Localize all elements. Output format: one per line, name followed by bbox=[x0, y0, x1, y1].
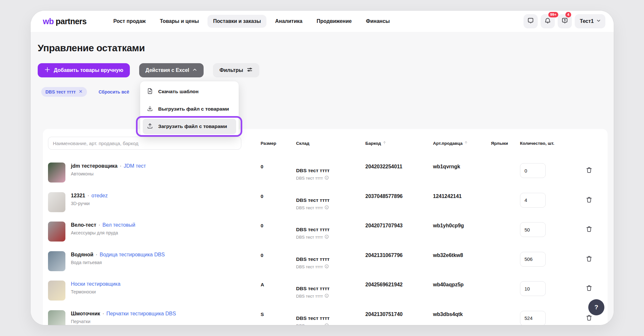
size-value: S bbox=[261, 311, 293, 317]
column-header-warehouse: Склад bbox=[293, 141, 362, 146]
close-icon[interactable] bbox=[79, 89, 83, 94]
nav-actions: 99+ 4 Тест1 bbox=[524, 14, 605, 28]
product-category: Вода питьевая bbox=[71, 260, 165, 265]
barcode-value: 2037048577896 bbox=[365, 193, 430, 199]
product-thumbnail[interactable] bbox=[48, 192, 65, 212]
info-icon[interactable] bbox=[324, 234, 329, 240]
warehouse-subname: DBS тест тттт bbox=[296, 323, 323, 325]
delete-row-button[interactable] bbox=[585, 225, 593, 234]
product-thumbnail[interactable] bbox=[48, 163, 65, 183]
quantity-input[interactable] bbox=[520, 311, 546, 325]
product-category: Перчатки bbox=[71, 319, 176, 324]
info-icon[interactable] bbox=[324, 264, 329, 270]
quantity-input[interactable] bbox=[520, 193, 546, 208]
product-name: Водяной bbox=[71, 252, 93, 258]
warehouse-name: DBS тест тттт bbox=[296, 168, 362, 173]
info-icon[interactable] bbox=[324, 175, 329, 181]
excel-actions-label: Действия с Excel bbox=[146, 67, 189, 73]
sort-asc-icon[interactable] bbox=[382, 141, 387, 146]
product-brand-link[interactable]: отеdez bbox=[91, 193, 108, 199]
notifications-button[interactable]: 99+ bbox=[541, 14, 555, 28]
nav-item-finance[interactable]: Финансы bbox=[360, 15, 395, 28]
page-content: Управление остатками Добавить товары вру… bbox=[31, 32, 614, 325]
warehouse-name: DBS тест тттт bbox=[296, 256, 362, 262]
product-brand-link[interactable]: Носки тестировщика bbox=[71, 281, 120, 287]
help-button[interactable]: ? bbox=[588, 299, 604, 315]
warehouse-name: DBS тест тттт bbox=[296, 197, 362, 203]
warehouse-subname: DBS тест тттт bbox=[296, 235, 323, 240]
delete-row-button[interactable] bbox=[585, 284, 593, 293]
seller-article-value: wb32e6tkw8 bbox=[433, 252, 488, 258]
nav-item-analytics[interactable]: Аналитика bbox=[270, 15, 308, 28]
size-value: 0 bbox=[261, 193, 293, 199]
product-thumbnail[interactable] bbox=[48, 310, 65, 325]
add-products-button[interactable]: Добавить товары вручную bbox=[38, 63, 130, 77]
info-icon[interactable] bbox=[324, 323, 329, 325]
download-icon bbox=[147, 105, 153, 113]
filter-chip-label: DBS тест тттт bbox=[45, 89, 76, 94]
sort-asc-icon[interactable] bbox=[464, 141, 468, 146]
product-brand-link[interactable]: Перчатки тестировщика DBS bbox=[106, 311, 176, 317]
product-brand-link[interactable]: JDM тест bbox=[124, 163, 146, 169]
chat-bubble-icon bbox=[527, 17, 534, 25]
nav-item-supplies-orders[interactable]: Поставки и заказы bbox=[207, 15, 266, 28]
info-icon[interactable] bbox=[324, 293, 329, 299]
filter-chip-dbs[interactable]: DBS тест тттт bbox=[41, 87, 87, 97]
filters-button[interactable]: Фильтры bbox=[213, 63, 259, 77]
nav-item-promotion[interactable]: Продвижение bbox=[311, 15, 357, 28]
quantity-input[interactable] bbox=[520, 222, 546, 237]
support-button[interactable]: 4 bbox=[558, 14, 572, 28]
info-icon[interactable] bbox=[324, 205, 329, 211]
product-category: Аксессуары для пруда bbox=[71, 230, 135, 235]
delete-row-button[interactable] bbox=[585, 166, 593, 175]
column-header-article[interactable]: Арт.продавца bbox=[430, 141, 488, 146]
account-name: Тест1 bbox=[580, 18, 594, 24]
barcode-value: 2042131067796 bbox=[365, 252, 430, 258]
sliders-icon bbox=[246, 66, 253, 74]
excel-actions-button[interactable]: Действия с Excel bbox=[139, 63, 204, 77]
chat-button[interactable] bbox=[524, 14, 538, 28]
product-thumbnail[interactable] bbox=[48, 222, 65, 242]
nav-item-goods-prices[interactable]: Товары и цены bbox=[154, 15, 204, 28]
nav-item-sales-growth[interactable]: Рост продаж bbox=[108, 15, 151, 28]
product-brand-link[interactable]: Вел тестовый bbox=[102, 222, 135, 228]
reset-all-link[interactable]: Сбросить всё bbox=[99, 89, 129, 94]
table-row: Шмоточник · Перчатки тестировщика DBS Пе… bbox=[48, 310, 608, 325]
delete-row-button[interactable] bbox=[585, 255, 593, 263]
quantity-input[interactable] bbox=[520, 252, 546, 267]
product-category: Термоноски bbox=[71, 289, 120, 294]
warehouse-name: DBS тест тттт bbox=[296, 227, 362, 232]
delete-row-button[interactable] bbox=[585, 196, 593, 204]
table-header: Размер Склад Баркод Арт.продавца Ярлыки … bbox=[48, 136, 608, 150]
plus-icon bbox=[44, 66, 51, 74]
warehouse-name: DBS тест тттт bbox=[296, 315, 362, 321]
trash-icon bbox=[585, 200, 593, 204]
menu-item-download-template[interactable]: Скачать шаблон bbox=[143, 84, 236, 99]
barcode-value: 2042569621942 bbox=[365, 282, 430, 288]
menu-item-export-file[interactable]: Выгрузить файл с товарами bbox=[143, 101, 236, 117]
wb-partners-logo[interactable]: wb partners bbox=[43, 17, 87, 26]
seller-article-value: wb40aqpz5p bbox=[433, 282, 488, 288]
delete-row-button[interactable] bbox=[585, 314, 593, 322]
barcode-value: 2042130751740 bbox=[365, 311, 430, 317]
upload-icon bbox=[147, 123, 153, 131]
account-menu-button[interactable]: Тест1 bbox=[575, 14, 605, 28]
column-header-barcode[interactable]: Баркод bbox=[362, 141, 430, 146]
menu-item-upload-file[interactable]: Загрузить файл с товарами bbox=[143, 119, 236, 134]
product-thumbnail[interactable] bbox=[48, 251, 65, 271]
product-brand-link[interactable]: Водица тестировщика DBS bbox=[100, 252, 165, 258]
seller-article-value: 1241242141 bbox=[433, 193, 488, 199]
quantity-input[interactable] bbox=[520, 281, 546, 296]
quantity-input[interactable] bbox=[520, 163, 546, 178]
product-thumbnail[interactable] bbox=[48, 281, 65, 301]
seller-article-value: wb3dbs4qtk bbox=[433, 311, 488, 317]
table-row: 12321 · отеdez 3D-ручки 0 DBS тест тттт … bbox=[48, 192, 608, 222]
warehouse-name: DBS тест тттт bbox=[296, 286, 362, 292]
search-input[interactable] bbox=[48, 137, 241, 150]
question-bubble-icon bbox=[561, 17, 568, 25]
menu-item-label: Выгрузить файл с товарами bbox=[158, 106, 229, 112]
logo-wb: wb bbox=[43, 17, 54, 26]
separator-dot: · bbox=[96, 252, 97, 258]
trash-icon bbox=[585, 318, 593, 322]
separator-dot: · bbox=[120, 163, 121, 169]
